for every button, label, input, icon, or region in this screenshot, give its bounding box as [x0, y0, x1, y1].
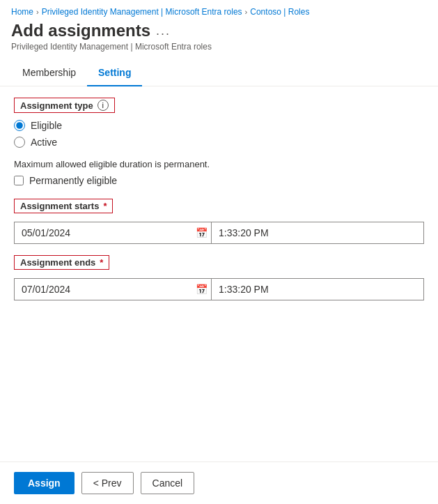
tabs-container: Membership Setting [0, 60, 438, 86]
assignment-starts-label: Assignment starts * [14, 199, 113, 213]
main-content: Assignment type i Eligible Active Maximu… [0, 86, 438, 461]
assignment-starts-calendar-icon[interactable]: 📅 [196, 227, 208, 238]
assignment-starts-date-input[interactable] [14, 222, 212, 244]
cancel-button[interactable]: Cancel [141, 472, 195, 494]
radio-eligible[interactable]: Eligible [14, 120, 424, 131]
tab-membership[interactable]: Membership [11, 60, 87, 86]
radio-active-label: Active [31, 137, 57, 148]
breadcrumb: Home › Privileged Identity Management | … [0, 0, 438, 21]
assignment-ends-calendar-icon[interactable]: 📅 [196, 284, 208, 295]
assignment-type-info-icon[interactable]: i [97, 100, 109, 111]
permanently-eligible-item[interactable]: Permanently eligible [14, 175, 424, 186]
breadcrumb-sep-1: › [36, 8, 39, 16]
assignment-ends-group: Assignment ends * 📅 [14, 255, 424, 300]
assignment-ends-text: Assignment ends [20, 257, 95, 268]
breadcrumb-home[interactable]: Home [11, 7, 33, 17]
radio-active-input[interactable] [14, 137, 25, 148]
assignment-starts-group: Assignment starts * 📅 [14, 199, 424, 244]
more-options-icon[interactable]: ... [156, 24, 171, 38]
assignment-type-group: Assignment type i Eligible Active [14, 98, 424, 148]
assignment-type-label: Assignment type i [14, 98, 115, 113]
assignment-starts-date-wrap: 📅 [14, 222, 212, 244]
assignment-type-radio-group: Eligible Active [14, 120, 424, 148]
page-subtitle: Privileged Identity Management | Microso… [11, 42, 427, 52]
page-title: Add assignments [11, 21, 150, 40]
assignment-ends-required: * [100, 257, 103, 268]
breadcrumb-roles[interactable]: Contoso | Roles [250, 7, 309, 17]
info-message: Maximum allowed eligible duration is per… [14, 159, 424, 169]
assignment-ends-time-input[interactable] [212, 278, 424, 300]
assignment-starts-time-input[interactable] [212, 222, 424, 244]
assignment-ends-date-input[interactable] [14, 278, 212, 300]
assign-button[interactable]: Assign [14, 472, 75, 494]
radio-eligible-input[interactable] [14, 120, 25, 131]
breadcrumb-pim[interactable]: Privileged Identity Management | Microso… [42, 7, 242, 17]
prev-button[interactable]: < Prev [81, 472, 134, 494]
assignment-ends-label: Assignment ends * [14, 255, 109, 270]
radio-active[interactable]: Active [14, 137, 424, 148]
breadcrumb-sep-2: › [245, 8, 248, 16]
assignment-starts-inputs: 📅 [14, 222, 424, 244]
page-header: Add assignments ... Privileged Identity … [0, 21, 438, 57]
radio-eligible-label: Eligible [31, 120, 62, 131]
permanently-eligible-label: Permanently eligible [29, 175, 117, 186]
assignment-ends-date-wrap: 📅 [14, 278, 212, 300]
permanently-eligible-checkbox[interactable] [14, 176, 24, 185]
assignment-type-text: Assignment type [20, 100, 93, 111]
tab-setting[interactable]: Setting [87, 60, 142, 86]
assignment-starts-required: * [103, 201, 107, 211]
assignment-starts-text: Assignment starts [20, 201, 99, 211]
assignment-ends-inputs: 📅 [14, 278, 424, 300]
footer: Assign < Prev Cancel [0, 461, 438, 504]
